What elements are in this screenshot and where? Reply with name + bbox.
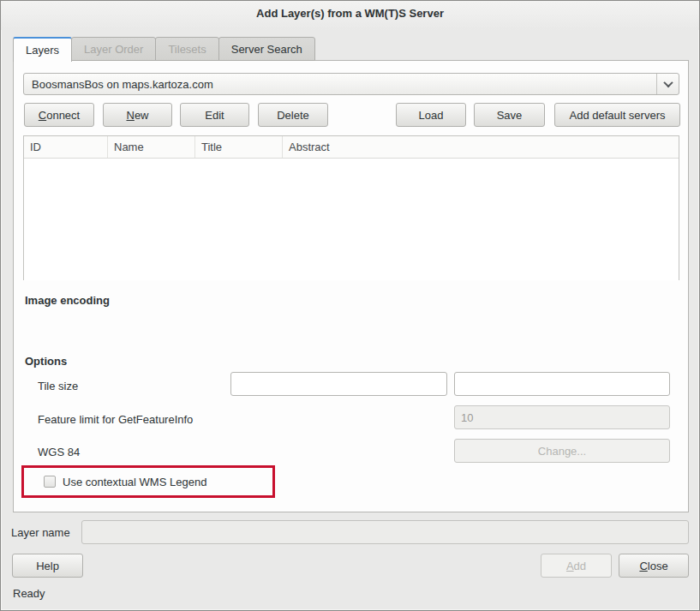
new-button[interactable]: New <box>103 103 172 127</box>
layers-table-body <box>24 159 679 280</box>
titlebar: Add Layer(s) from a WM(T)S Server <box>1 1 699 30</box>
delete-button[interactable]: Delete <box>258 103 328 127</box>
layers-tab-page: BoosmansBos on maps.kartoza.com Connect … <box>13 60 689 512</box>
save-button[interactable]: Save <box>474 103 545 127</box>
tab-layers-label: Layers <box>26 44 59 57</box>
image-encoding-section-label: Image encoding <box>25 294 110 307</box>
use-contextual-wms-legend-checkbox[interactable] <box>44 476 56 488</box>
tile-size-width-input[interactable] <box>230 372 447 396</box>
server-select[interactable]: BoosmansBos on maps.kartoza.com <box>23 73 679 95</box>
layer-name-label: Layer name <box>11 526 70 539</box>
close-button[interactable]: Close <box>619 554 689 578</box>
window-title: Add Layer(s) from a WM(T)S Server <box>256 7 444 20</box>
chevron-down-icon[interactable] <box>656 74 679 94</box>
tab-bar: Layers Layer Order Tilesets Server Searc… <box>13 37 314 61</box>
load-button[interactable]: Load <box>396 103 466 127</box>
tab-tilesets: Tilesets <box>155 37 218 61</box>
help-button[interactable]: Help <box>12 554 83 578</box>
tab-layers[interactable]: Layers <box>13 37 72 62</box>
layer-name-input[interactable] <box>81 520 689 544</box>
server-select-value: BoosmansBos on maps.kartoza.com <box>24 78 656 91</box>
tab-layer-order-label: Layer Order <box>84 43 143 56</box>
status-text: Ready <box>13 587 45 600</box>
wms-add-layers-dialog: Add Layer(s) from a WM(T)S Server Layers… <box>0 0 700 611</box>
crs-value-label: WGS 84 <box>38 446 80 458</box>
edit-button[interactable]: Edit <box>180 103 249 127</box>
feature-limit-input <box>454 405 670 429</box>
tile-size-height-input[interactable] <box>454 372 670 396</box>
change-crs-button: Change... <box>454 439 670 463</box>
tab-layer-order: Layer Order <box>71 37 156 61</box>
column-header-abstract[interactable]: Abstract <box>283 136 679 158</box>
use-contextual-wms-legend-label[interactable]: Use contextual WMS Legend <box>63 476 206 488</box>
red-highlight-annotation: Use contextual WMS Legend <box>21 465 275 498</box>
column-header-id[interactable]: ID <box>24 136 108 158</box>
column-header-title[interactable]: Title <box>195 136 283 158</box>
connect-button[interactable]: Connect <box>24 103 94 127</box>
tab-server-search[interactable]: Server Search <box>218 37 315 61</box>
layers-table[interactable]: ID Name Title Abstract <box>23 135 679 280</box>
tile-size-label: Tile size <box>38 380 78 392</box>
tab-tilesets-label: Tilesets <box>168 43 206 56</box>
tab-server-search-label: Server Search <box>231 43 302 56</box>
options-section-label: Options <box>25 355 67 368</box>
feature-limit-label: Feature limit for GetFeatureInfo <box>38 413 193 426</box>
add-default-servers-button[interactable]: Add default servers <box>554 103 680 127</box>
layers-table-header: ID Name Title Abstract <box>24 136 679 159</box>
column-header-name[interactable]: Name <box>108 136 195 158</box>
add-button: Add <box>541 554 612 578</box>
